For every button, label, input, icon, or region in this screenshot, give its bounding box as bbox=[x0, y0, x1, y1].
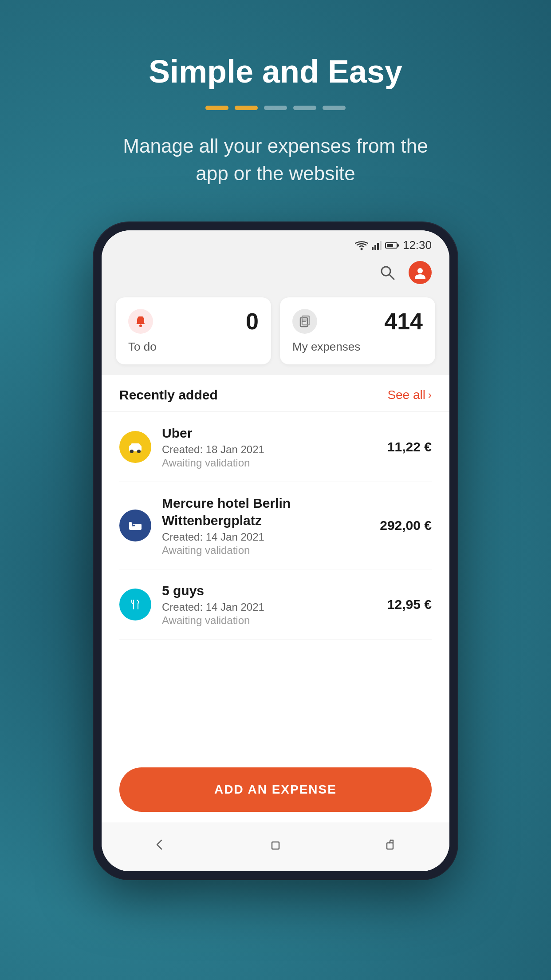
svg-point-7 bbox=[417, 268, 423, 273]
uber-amount: 11,22 € bbox=[387, 439, 432, 454]
hotel-date: Created: 14 Jan 2021 bbox=[162, 531, 369, 543]
user-avatar[interactable] bbox=[409, 261, 432, 284]
status-time: 12:30 bbox=[403, 238, 432, 252]
svg-point-17 bbox=[137, 450, 141, 453]
food-details: 5 guys Created: 14 Jan 2021 Awaiting val… bbox=[162, 582, 377, 627]
hotel-amount: 292,00 € bbox=[380, 518, 432, 533]
back-icon bbox=[152, 837, 168, 853]
dot-2 bbox=[235, 106, 258, 110]
uber-name: Uber bbox=[162, 424, 377, 442]
food-amount: 12,95 € bbox=[387, 597, 432, 612]
food-status: Awaiting validation bbox=[162, 614, 377, 627]
phone-screen: 12:30 bbox=[102, 230, 449, 871]
docs-icon-wrap bbox=[292, 309, 317, 334]
battery-icon bbox=[385, 242, 398, 249]
uber-icon bbox=[119, 431, 151, 463]
food-name: 5 guys bbox=[162, 582, 377, 599]
search-button[interactable] bbox=[377, 262, 398, 283]
expenses-card[interactable]: 414 My expenses bbox=[280, 297, 435, 364]
home-icon bbox=[268, 837, 283, 853]
see-all-label: See all bbox=[387, 388, 425, 402]
hotel-name: Mercure hotel Berlin Wittenbergplatz bbox=[162, 494, 369, 529]
dot-1 bbox=[205, 106, 228, 110]
expense-item-uber[interactable]: Uber Created: 18 Jan 2021 Awaiting valid… bbox=[119, 412, 432, 482]
hero-title: Simple and Easy bbox=[149, 53, 402, 90]
car-icon bbox=[127, 439, 143, 455]
svg-rect-1 bbox=[372, 247, 374, 250]
svg-rect-15 bbox=[131, 443, 140, 448]
svg-point-8 bbox=[139, 324, 142, 327]
hero-subtitle: Manage all your expenses from the app or… bbox=[116, 132, 435, 187]
svg-line-6 bbox=[390, 275, 394, 279]
svg-point-0 bbox=[360, 248, 362, 250]
svg-point-22 bbox=[128, 597, 142, 612]
expense-list: Uber Created: 18 Jan 2021 Awaiting valid… bbox=[102, 412, 449, 759]
nav-bar bbox=[102, 822, 449, 871]
svg-point-16 bbox=[130, 450, 134, 453]
app-header bbox=[102, 257, 449, 293]
recent-apps-button[interactable] bbox=[378, 831, 405, 858]
signal-icon bbox=[372, 241, 382, 250]
chevron-right-icon: › bbox=[428, 389, 432, 401]
svg-rect-19 bbox=[129, 522, 132, 528]
fork-knife-icon bbox=[127, 597, 143, 612]
section-title: Recently added bbox=[119, 387, 218, 403]
todo-count: 0 bbox=[246, 308, 259, 335]
uber-details: Uber Created: 18 Jan 2021 Awaiting valid… bbox=[162, 424, 377, 469]
main-content: Recently added See all › bbox=[102, 375, 449, 871]
dot-5 bbox=[323, 106, 346, 110]
food-date: Created: 14 Jan 2021 bbox=[162, 601, 377, 613]
svg-point-21 bbox=[133, 525, 135, 526]
expenses-count: 414 bbox=[384, 308, 423, 335]
recent-apps-icon bbox=[383, 837, 399, 853]
hotel-icon bbox=[119, 510, 151, 541]
home-button[interactable] bbox=[262, 831, 289, 858]
bed-icon bbox=[127, 518, 143, 533]
dot-4 bbox=[293, 106, 316, 110]
svg-rect-3 bbox=[377, 243, 379, 250]
add-expense-button[interactable]: ADD AN EXPENSE bbox=[119, 767, 432, 812]
bell-icon-wrap bbox=[128, 309, 153, 334]
hotel-details: Mercure hotel Berlin Wittenbergplatz Cre… bbox=[162, 494, 369, 557]
food-icon bbox=[119, 589, 151, 620]
docs-icon bbox=[298, 314, 312, 328]
dot-3 bbox=[264, 106, 287, 110]
bottom-area: ADD AN EXPENSE bbox=[102, 759, 449, 822]
hotel-status: Awaiting validation bbox=[162, 544, 369, 557]
progress-dots bbox=[205, 106, 346, 110]
see-all-button[interactable]: See all › bbox=[387, 388, 432, 402]
uber-status: Awaiting validation bbox=[162, 457, 377, 469]
svg-rect-24 bbox=[272, 842, 279, 849]
back-button[interactable] bbox=[146, 831, 173, 858]
user-icon bbox=[414, 266, 426, 279]
status-icons bbox=[355, 241, 398, 250]
svg-rect-2 bbox=[374, 245, 376, 250]
svg-rect-25 bbox=[387, 843, 393, 849]
wifi-icon bbox=[355, 241, 368, 250]
todo-card[interactable]: 0 To do bbox=[116, 297, 271, 364]
search-icon bbox=[379, 265, 395, 281]
expense-item-food[interactable]: 5 guys Created: 14 Jan 2021 Awaiting val… bbox=[119, 569, 432, 640]
status-bar: 12:30 bbox=[102, 230, 449, 257]
svg-rect-4 bbox=[380, 241, 382, 250]
expense-item-hotel[interactable]: Mercure hotel Berlin Wittenbergplatz Cre… bbox=[119, 482, 432, 569]
summary-cards: 0 To do bbox=[102, 293, 449, 375]
phone-mockup: 12:30 bbox=[94, 222, 457, 879]
phone-frame: 12:30 bbox=[94, 222, 457, 879]
bell-icon bbox=[134, 314, 148, 328]
todo-label: To do bbox=[128, 340, 259, 354]
expenses-label: My expenses bbox=[292, 340, 423, 354]
uber-date: Created: 18 Jan 2021 bbox=[162, 443, 377, 456]
section-header: Recently added See all › bbox=[102, 375, 449, 412]
